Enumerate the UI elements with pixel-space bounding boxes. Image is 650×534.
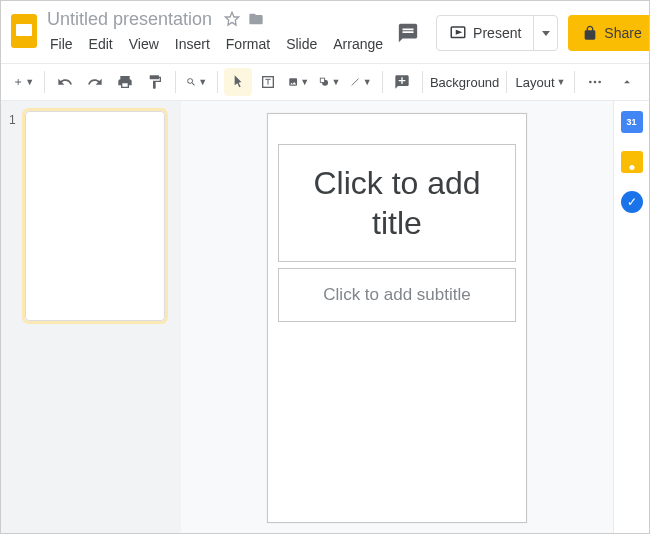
separator xyxy=(506,71,507,93)
line-tool[interactable]: ▼ xyxy=(346,68,375,96)
svg-marker-0 xyxy=(225,12,238,25)
layout-button[interactable]: Layout▼ xyxy=(513,68,568,96)
present-label: Present xyxy=(473,25,521,41)
slide-thumbnail[interactable] xyxy=(25,111,165,321)
slide-number: 1 xyxy=(9,111,19,127)
toolbar: ▼ ▼ ▼ ▼ ▼ Background Layout▼ xyxy=(1,63,649,101)
svg-marker-2 xyxy=(457,31,461,34)
paint-format-button[interactable] xyxy=(141,68,169,96)
separator xyxy=(382,71,383,93)
star-icon[interactable] xyxy=(224,11,240,27)
title-placeholder[interactable]: Click to add title xyxy=(278,144,516,262)
title-area: Untitled presentation File Edit View Ins… xyxy=(43,7,390,55)
comments-button[interactable] xyxy=(390,15,426,51)
menu-insert[interactable]: Insert xyxy=(168,33,217,55)
keep-icon[interactable] xyxy=(621,151,643,173)
share-label: Share xyxy=(604,25,641,41)
menu-view[interactable]: View xyxy=(122,33,166,55)
menu-slide[interactable]: Slide xyxy=(279,33,324,55)
new-slide-button[interactable]: ▼ xyxy=(9,68,38,96)
svg-point-10 xyxy=(598,81,601,84)
background-button[interactable]: Background xyxy=(429,68,500,96)
image-tool[interactable]: ▼ xyxy=(284,68,313,96)
textbox-tool[interactable] xyxy=(254,68,282,96)
calendar-icon[interactable]: 31 xyxy=(621,111,643,133)
separator xyxy=(574,71,575,93)
menubar: File Edit View Insert Format Slide Arran… xyxy=(43,33,390,55)
menu-file[interactable]: File xyxy=(43,33,80,55)
separator xyxy=(44,71,45,93)
slides-logo[interactable] xyxy=(11,7,37,55)
svg-rect-6 xyxy=(320,78,324,82)
present-button[interactable]: Present xyxy=(437,16,533,50)
svg-marker-3 xyxy=(542,31,550,36)
shape-tool[interactable]: ▼ xyxy=(315,68,344,96)
separator xyxy=(175,71,176,93)
present-button-group: Present xyxy=(436,15,558,51)
undo-button[interactable] xyxy=(51,68,79,96)
subtitle-placeholder[interactable]: Click to add subtitle xyxy=(278,268,516,322)
select-tool[interactable] xyxy=(224,68,252,96)
filmstrip: 1 xyxy=(1,101,181,533)
app-header: Untitled presentation File Edit View Ins… xyxy=(1,1,649,63)
header-actions: Present Share xyxy=(390,7,650,51)
more-tools-button[interactable] xyxy=(581,68,609,96)
tasks-icon[interactable] xyxy=(621,191,643,213)
menu-edit[interactable]: Edit xyxy=(82,33,120,55)
svg-point-8 xyxy=(589,81,592,84)
document-title[interactable]: Untitled presentation xyxy=(43,9,216,30)
share-button[interactable]: Share xyxy=(568,15,650,51)
svg-line-7 xyxy=(352,79,359,86)
menu-arrange[interactable]: Arrange xyxy=(326,33,390,55)
print-button[interactable] xyxy=(111,68,139,96)
comment-tool[interactable] xyxy=(388,68,416,96)
zoom-button[interactable]: ▼ xyxy=(182,68,211,96)
collapse-toolbar-button[interactable] xyxy=(613,68,641,96)
workspace: 1 Click to add title Click to add subtit… xyxy=(1,101,649,533)
side-panel: 31 xyxy=(613,101,649,533)
slide-thumbnail-wrap: 1 xyxy=(9,111,173,321)
present-dropdown[interactable] xyxy=(533,16,557,50)
separator xyxy=(422,71,423,93)
move-folder-icon[interactable] xyxy=(248,11,264,27)
svg-point-9 xyxy=(594,81,597,84)
slide-canvas[interactable]: Click to add title Click to add subtitle xyxy=(267,113,527,523)
separator xyxy=(217,71,218,93)
canvas-area[interactable]: Click to add title Click to add subtitle xyxy=(181,101,613,533)
menu-format[interactable]: Format xyxy=(219,33,277,55)
redo-button[interactable] xyxy=(81,68,109,96)
